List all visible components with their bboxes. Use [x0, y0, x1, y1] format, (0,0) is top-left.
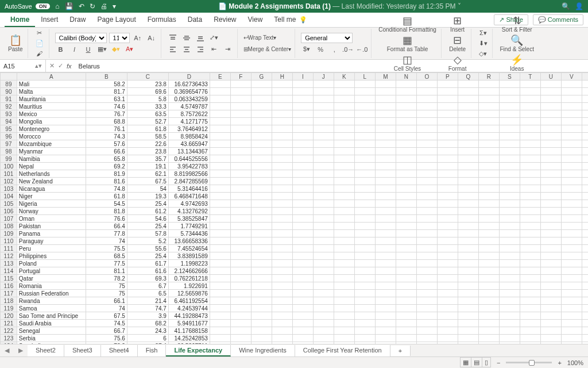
- cell[interactable]: [375, 215, 396, 223]
- cell[interactable]: [396, 260, 416, 267]
- cell[interactable]: [230, 163, 251, 170]
- cell[interactable]: [520, 305, 540, 312]
- cell[interactable]: [540, 230, 561, 237]
- cell[interactable]: [334, 237, 354, 245]
- row-header[interactable]: 103: [1, 185, 17, 193]
- cell[interactable]: [334, 148, 354, 155]
- cell[interactable]: [313, 148, 334, 155]
- cell[interactable]: [582, 327, 588, 335]
- cell[interactable]: [437, 178, 458, 185]
- cell[interactable]: 61.7: [127, 260, 168, 267]
- cell[interactable]: [416, 245, 437, 252]
- cell[interactable]: [520, 193, 540, 200]
- cell[interactable]: [561, 200, 582, 208]
- ribbon-tab-tell-me[interactable]: Tell me: [268, 13, 301, 27]
- cell[interactable]: [416, 237, 437, 245]
- cell[interactable]: [561, 267, 582, 275]
- add-sheet-button[interactable]: +: [390, 346, 411, 356]
- cell[interactable]: [582, 118, 588, 125]
- cell[interactable]: 81.7: [86, 88, 127, 95]
- row-header[interactable]: 115: [1, 275, 17, 282]
- cell[interactable]: 54: [127, 185, 168, 193]
- cell[interactable]: [210, 290, 230, 297]
- cell[interactable]: [375, 133, 396, 140]
- cell[interactable]: [437, 275, 458, 282]
- cell[interactable]: [354, 103, 375, 110]
- cell[interactable]: [582, 163, 588, 170]
- cell[interactable]: [292, 163, 313, 170]
- cell[interactable]: [437, 185, 458, 193]
- cell[interactable]: [396, 185, 416, 193]
- cell[interactable]: [540, 223, 561, 230]
- cell[interactable]: 62.1: [127, 170, 168, 178]
- cell[interactable]: Poland: [17, 260, 86, 267]
- cell[interactable]: [416, 327, 437, 335]
- cell[interactable]: [458, 155, 478, 163]
- cell[interactable]: [375, 297, 396, 305]
- cell[interactable]: [334, 260, 354, 267]
- cell[interactable]: [230, 200, 251, 208]
- cell[interactable]: [334, 297, 354, 305]
- cell[interactable]: [313, 327, 334, 335]
- cell[interactable]: [520, 335, 540, 342]
- cell[interactable]: [478, 320, 499, 327]
- cell[interactable]: [396, 155, 416, 163]
- cell[interactable]: [540, 140, 561, 148]
- cell[interactable]: [396, 208, 416, 215]
- merge-center-button[interactable]: ⊞ Merge & Center ▾: [243, 44, 292, 55]
- cell[interactable]: [354, 163, 375, 170]
- cell[interactable]: [396, 342, 416, 344]
- cell[interactable]: [251, 110, 272, 118]
- cell[interactable]: [478, 282, 499, 290]
- col-header[interactable]: I: [292, 73, 313, 80]
- cell[interactable]: [416, 103, 437, 110]
- cell[interactable]: [313, 290, 334, 297]
- cell[interactable]: [499, 155, 520, 163]
- cell[interactable]: [561, 215, 582, 223]
- cell[interactable]: [520, 245, 540, 252]
- cell[interactable]: [582, 335, 588, 342]
- cell[interactable]: [251, 185, 272, 193]
- cell[interactable]: Panama: [17, 230, 86, 237]
- cell[interactable]: [354, 260, 375, 267]
- cell[interactable]: [334, 163, 354, 170]
- cell[interactable]: [292, 125, 313, 133]
- cell[interactable]: 69.6: [127, 88, 168, 95]
- cell[interactable]: [230, 305, 251, 312]
- cell[interactable]: [272, 185, 292, 193]
- cell[interactable]: 6.7: [127, 282, 168, 290]
- cell[interactable]: 68.2: [127, 320, 168, 327]
- cell[interactable]: [416, 252, 437, 260]
- cell[interactable]: [313, 305, 334, 312]
- autosum-icon[interactable]: Σ▾: [477, 29, 489, 38]
- cell[interactable]: Russian Federation: [17, 290, 86, 297]
- row-header[interactable]: 109: [1, 230, 17, 237]
- cell[interactable]: 22.6: [127, 140, 168, 148]
- cell[interactable]: [251, 312, 272, 320]
- col-header[interactable]: V: [561, 73, 582, 80]
- cell[interactable]: [334, 200, 354, 208]
- cell[interactable]: [478, 133, 499, 140]
- cell[interactable]: [520, 267, 540, 275]
- cell[interactable]: [499, 252, 520, 260]
- row-header[interactable]: 121: [1, 320, 17, 327]
- col-header[interactable]: T: [520, 73, 540, 80]
- cell[interactable]: 81.8: [86, 208, 127, 215]
- cell[interactable]: [561, 110, 582, 118]
- cell[interactable]: [540, 200, 561, 208]
- cell[interactable]: [292, 290, 313, 297]
- cell[interactable]: [334, 95, 354, 103]
- cell[interactable]: [582, 148, 588, 155]
- cell[interactable]: [292, 252, 313, 260]
- cell[interactable]: [313, 230, 334, 237]
- currency-icon[interactable]: $▾: [301, 44, 312, 55]
- cell[interactable]: [230, 103, 251, 110]
- cell[interactable]: 5.31464416: [168, 185, 210, 193]
- cell[interactable]: [292, 95, 313, 103]
- col-header[interactable]: F: [230, 73, 251, 80]
- cell[interactable]: 74.6: [86, 103, 127, 110]
- cell[interactable]: [251, 208, 272, 215]
- cell[interactable]: [230, 88, 251, 95]
- cell[interactable]: [458, 267, 478, 275]
- cell[interactable]: 75.5: [86, 245, 127, 252]
